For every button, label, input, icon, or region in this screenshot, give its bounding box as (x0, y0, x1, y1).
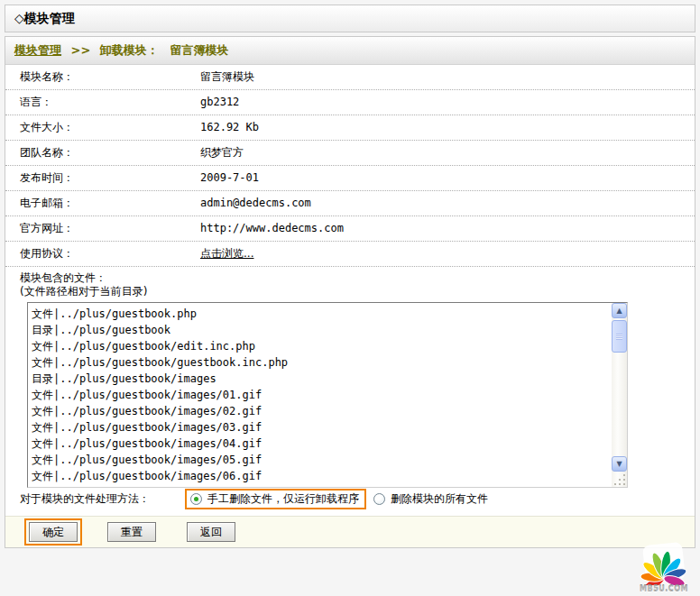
field-label: 使用协议： (20, 247, 74, 260)
files-heading-line2: (文件路径相对于当前目录) (20, 285, 695, 298)
scroll-up-icon[interactable]: ▲ (612, 303, 627, 318)
radio-unselected-icon[interactable] (373, 493, 385, 505)
field-value: 留言簿模块 (200, 65, 254, 89)
file-list-item: 文件|../plus/guestbook/images/04.gif (32, 436, 610, 452)
breadcrumb-module-name: 留言簿模块 (170, 43, 228, 57)
field-label: 官方网址： (20, 222, 74, 234)
page-title: ◇模块管理 (5, 5, 695, 32)
field-row-language: 语言： gb2312 (5, 90, 695, 115)
main-panel: 模块管理 >> 卸载模块： 留言簿模块 模块名称： 留言簿模块 语言： gb23… (5, 36, 695, 548)
field-row-file-size: 文件大小： 162.92 Kb (5, 115, 695, 141)
file-process-method-row: 对于模块的文件处理方法： 手工删除文件，仅运行卸载程序 删除模块的所有文件 (5, 488, 695, 510)
site-watermark: MB5U.COM (639, 542, 689, 593)
module-files-listbox[interactable]: 文件|../plus/guestbook.php 目录|../plus/gues… (27, 302, 628, 488)
highlight-box-confirm-button: 确定 (24, 518, 82, 546)
files-heading-line1: 模块包含的文件： (20, 271, 695, 285)
field-label: 电子邮箱： (20, 197, 74, 209)
field-value: http://www.dedecms.com (200, 216, 344, 241)
breadcrumb-action: 卸载模块： (100, 43, 159, 57)
flower-logo-icon (639, 542, 689, 585)
field-row-license: 使用协议： 点击浏览... (5, 242, 695, 267)
radio-option-manual-delete[interactable]: 手工删除文件，仅运行卸载程序 (190, 491, 359, 507)
field-value: 织梦官方 (200, 141, 244, 165)
file-list-item: 目录|../plus/guestbook (32, 322, 610, 338)
field-label: 团队名称： (20, 146, 74, 159)
breadcrumb: 模块管理 >> 卸载模块： 留言簿模块 (5, 37, 695, 65)
highlight-box-option-manual: 手工删除文件，仅运行卸载程序 (185, 489, 366, 509)
radio-option-label: 删除模块的所有文件 (391, 491, 488, 507)
field-row-official-site: 官方网址： http://www.dedecms.com (5, 216, 695, 242)
watermark-text: MB5U.COM (639, 585, 689, 593)
page-frame: ◇模块管理 模块管理 >> 卸载模块： 留言簿模块 模块名称： 留言簿模块 语言… (5, 5, 695, 548)
breadcrumb-separator: >> (71, 43, 91, 57)
breadcrumb-link-module-manage[interactable]: 模块管理 (14, 43, 61, 57)
field-label: 模块名称： (20, 70, 74, 83)
field-value: gb2312 (200, 90, 239, 115)
field-row-team-name: 团队名称： 织梦官方 (5, 141, 695, 166)
field-value: admin@dedecms.com (200, 191, 311, 215)
reset-button[interactable]: 重置 (107, 522, 156, 542)
file-list-item: 文件|../plus/guestbook/images/03.gif (32, 419, 610, 436)
field-row-module-name: 模块名称： 留言簿模块 (5, 65, 695, 90)
radio-option-delete-all[interactable]: 删除模块的所有文件 (373, 491, 488, 507)
confirm-button[interactable]: 确定 (29, 522, 78, 542)
field-row-release-date: 发布时间： 2009-7-01 (5, 166, 695, 191)
scroll-down-icon[interactable]: ▼ (612, 456, 627, 472)
file-list-item: 文件|../plus/guestbook/guestbook.inc.php (32, 354, 610, 371)
file-list-item: 目录|../plus/guestbook/images (32, 371, 610, 387)
field-value: 162.92 Kb (200, 115, 259, 140)
field-row-email: 电子邮箱： admin@dedecms.com (5, 191, 695, 216)
vertical-scrollbar[interactable]: ▲ ▼ (612, 303, 627, 487)
field-label: 文件大小： (20, 121, 74, 133)
field-label: 语言： (20, 96, 52, 108)
file-list-item: 文件|../plus/guestbook/images/05.gif (32, 452, 610, 468)
radio-option-label: 手工删除文件，仅运行卸载程序 (207, 491, 359, 507)
field-value: 2009-7-01 (200, 166, 259, 190)
radio-selected-icon[interactable] (190, 493, 202, 505)
file-list-item: 文件|../plus/guestbook/images/01.gif (32, 387, 610, 403)
file-list-item: 文件|../plus/guestbook.php (32, 306, 610, 322)
license-browse-link[interactable]: 点击浏览... (200, 242, 253, 266)
back-button[interactable]: 返回 (187, 522, 235, 542)
files-section-heading: 模块包含的文件： (文件路径相对于当前目录) (5, 267, 695, 300)
file-list-item: 文件|../plus/guestbook/images/02.gif (32, 403, 610, 419)
process-method-label: 对于模块的文件处理方法： (20, 491, 185, 507)
scrollbar-thumb[interactable] (612, 320, 627, 353)
footer-button-bar: 确定 重置 返回 (5, 516, 695, 547)
field-label: 发布时间： (20, 171, 74, 184)
resize-grip-icon[interactable] (613, 473, 626, 486)
file-list-item: 文件|../plus/guestbook/images/06.gif (32, 468, 610, 484)
file-list-item: 文件|../plus/guestbook/edit.inc.php (32, 338, 610, 354)
file-list: 文件|../plus/guestbook.php 目录|../plus/gues… (28, 303, 612, 487)
